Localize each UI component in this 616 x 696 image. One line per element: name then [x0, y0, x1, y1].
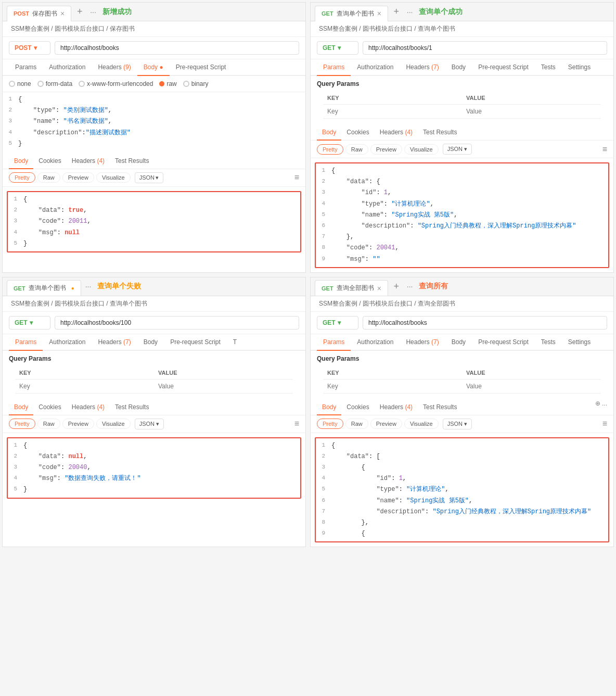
format-icon-br[interactable]: ≡ — [602, 419, 607, 428]
nav-tab-settings-tr[interactable]: Settings — [562, 59, 597, 76]
close-icon-tr[interactable]: × — [377, 9, 381, 18]
nav-tab-body-tl[interactable]: Body ● — [137, 59, 170, 76]
url-input-br[interactable] — [363, 316, 607, 330]
fmt-type-br[interactable]: JSON ▾ — [443, 419, 472, 429]
nav-tab-prereq-tl[interactable]: Pre-request Script — [170, 59, 233, 76]
nav-tab-params-tl[interactable]: Params — [9, 59, 43, 76]
method-select-bl[interactable]: GET ▾ — [9, 316, 50, 330]
method-select-tl[interactable]: POST ▾ — [9, 41, 50, 55]
resp-tab-tests-tl[interactable]: Test Results — [110, 154, 154, 169]
fmt-preview-bl[interactable]: Preview — [62, 419, 94, 429]
val-input-br[interactable] — [466, 383, 597, 390]
resp-tab-body-br[interactable]: Body — [317, 400, 341, 415]
nav-tab-prereq-bl[interactable]: Pre-request Script — [164, 334, 227, 351]
nav-tab-headers-bl[interactable]: Headers (7) — [92, 334, 137, 351]
nav-tab-params-bl[interactable]: Params — [9, 334, 43, 351]
nav-tab-body-tr[interactable]: Body — [445, 59, 472, 76]
format-icon-bl[interactable]: ≡ — [294, 419, 299, 428]
resp-tab-headers-br[interactable]: Headers (4) — [375, 400, 418, 415]
option-urlencoded[interactable]: x-www-form-urlencoded — [79, 80, 153, 87]
resp-tab-cookies-tl[interactable]: Cookies — [33, 154, 66, 169]
nav-tab-body-bl[interactable]: Body — [137, 334, 164, 351]
option-binary[interactable]: binary — [183, 80, 209, 87]
resp-tab-headers-tl[interactable]: Headers (4) — [67, 154, 110, 169]
url-input-tl[interactable] — [55, 41, 299, 55]
method-select-tr[interactable]: GET ▾ — [317, 41, 358, 55]
nav-tab-tests-br[interactable]: Tests — [535, 334, 562, 351]
resp-tab-headers-tr[interactable]: Headers (4) — [375, 125, 418, 141]
fmt-raw-bl[interactable]: Raw — [37, 419, 60, 429]
nav-tab-headers-br[interactable]: Headers (7) — [400, 334, 445, 351]
key-input-tr[interactable] — [327, 108, 458, 115]
nav-tab-settings-br[interactable]: Settings — [562, 334, 597, 351]
fmt-raw-tr[interactable]: Raw — [345, 144, 368, 155]
fmt-pretty-br[interactable]: Pretty — [317, 419, 343, 429]
resp-tab-body-tr[interactable]: Body — [317, 125, 341, 141]
nav-tab-t-bl[interactable]: T — [227, 334, 243, 351]
fmt-preview-br[interactable]: Preview — [370, 419, 402, 429]
key-input-bl[interactable] — [19, 383, 150, 390]
nav-tab-body-br[interactable]: Body — [445, 334, 472, 351]
tab-name-br: 查询全部图书 — [337, 284, 374, 293]
more-tabs-button[interactable]: ··· — [90, 8, 96, 16]
fmt-pretty-tl[interactable]: Pretty — [9, 172, 35, 183]
close-icon-br[interactable]: × — [377, 284, 381, 293]
resp-tab-cookies-br[interactable]: Cookies — [341, 400, 374, 415]
fmt-type-bl[interactable]: JSON ▾ — [135, 419, 164, 429]
resp-tab-cookies-bl[interactable]: Cookies — [33, 400, 66, 415]
resp-tab-cookies-tr[interactable]: Cookies — [341, 125, 374, 141]
add-tab-button-tr[interactable]: + — [390, 6, 403, 18]
nav-tab-auth-tl[interactable]: Authorization — [43, 59, 92, 76]
fmt-visualize-tr[interactable]: Visualize — [404, 144, 439, 155]
more-tabs-button-bl[interactable]: ··· — [85, 282, 92, 290]
option-none[interactable]: none — [9, 80, 31, 87]
nav-tab-params-br[interactable]: Params — [317, 334, 351, 351]
format-icon-tl[interactable]: ≡ — [294, 173, 299, 182]
resp-tab-headers-bl[interactable]: Headers (4) — [67, 400, 110, 415]
option-form-data[interactable]: form-data — [37, 80, 72, 87]
fmt-type-tl[interactable]: JSON ▾ — [135, 172, 163, 183]
resp-tab-tests-tr[interactable]: Test Results — [418, 125, 462, 141]
fmt-type-tr[interactable]: JSON ▾ — [443, 144, 472, 155]
close-icon[interactable]: × — [60, 9, 65, 18]
fmt-pretty-tr[interactable]: Pretty — [317, 144, 343, 155]
fmt-raw-tl[interactable]: Raw — [37, 172, 60, 183]
resp-tab-tests-br[interactable]: Test Results — [418, 400, 462, 415]
url-input-tr[interactable] — [363, 41, 607, 55]
method-select-br[interactable]: GET ▾ — [317, 316, 358, 330]
val-input-bl[interactable] — [158, 383, 289, 390]
nav-tab-auth-br[interactable]: Authorization — [351, 334, 400, 351]
tab-post-book[interactable]: POST 保存图书 × — [7, 6, 71, 21]
resp-tab-body-bl[interactable]: Body — [9, 400, 33, 415]
nav-tab-headers-tl[interactable]: Headers (9) — [92, 59, 137, 76]
fmt-raw-br[interactable]: Raw — [345, 419, 368, 429]
tab-get-all-books-br[interactable]: GET 查询全部图书 × — [315, 280, 388, 296]
add-tab-button-br[interactable]: + — [390, 280, 403, 293]
nav-tab-prereq-tr[interactable]: Pre-request Script — [472, 59, 535, 76]
format-icon-tr[interactable]: ≡ — [602, 145, 607, 154]
resp-tab-body-tl[interactable]: Body — [9, 154, 33, 169]
nav-tab-tests-tr[interactable]: Tests — [535, 59, 562, 76]
nav-tab-params-tr[interactable]: Params — [317, 59, 351, 76]
more-tabs-button-br[interactable]: ··· — [407, 282, 413, 290]
fmt-visualize-bl[interactable]: Visualize — [96, 419, 131, 429]
nav-tab-auth-bl[interactable]: Authorization — [43, 334, 92, 351]
more-tabs-button-tr[interactable]: ··· — [407, 8, 413, 16]
tab-get-book-bl[interactable]: GET 查询单个图书 ● — [7, 280, 81, 296]
nav-tab-auth-tr[interactable]: Authorization — [351, 59, 400, 76]
key-input-br[interactable] — [327, 383, 458, 390]
fmt-preview-tr[interactable]: Preview — [370, 144, 402, 155]
fmt-preview-tl[interactable]: Preview — [62, 172, 94, 183]
fmt-visualize-tl[interactable]: Visualize — [96, 172, 131, 183]
code-line: 3 "name": "书名测试数据", — [3, 116, 305, 127]
url-input-bl[interactable] — [55, 316, 299, 330]
fmt-visualize-br[interactable]: Visualize — [404, 419, 439, 429]
tab-get-book-tr[interactable]: GET 查询单个图书 × — [315, 6, 388, 21]
option-raw[interactable]: raw — [159, 80, 176, 87]
fmt-pretty-bl[interactable]: Pretty — [9, 419, 35, 429]
val-input-tr[interactable] — [466, 108, 597, 115]
nav-tab-prereq-br[interactable]: Pre-request Script — [472, 334, 535, 351]
resp-tab-tests-bl[interactable]: Test Results — [110, 400, 154, 415]
nav-tab-headers-tr[interactable]: Headers (7) — [400, 59, 445, 76]
add-tab-button[interactable]: + — [73, 6, 86, 18]
